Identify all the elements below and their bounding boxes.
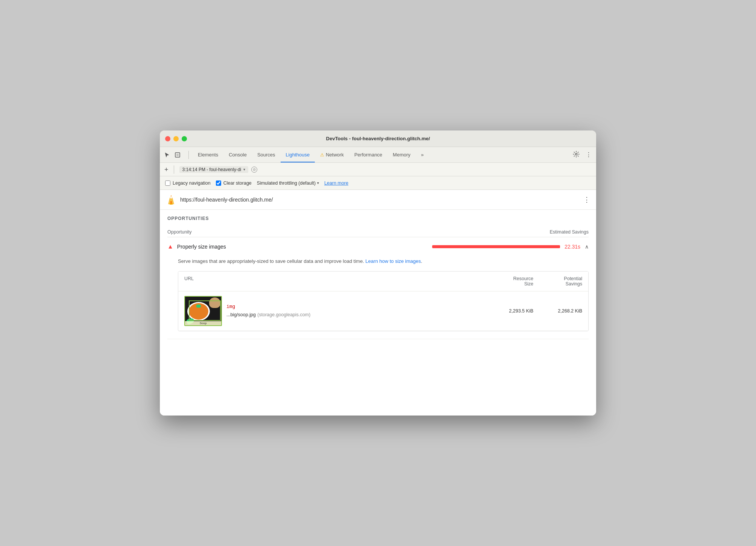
warning-icon: ⚠ xyxy=(320,152,324,158)
tab-performance[interactable]: Performance xyxy=(349,147,387,162)
menu-icon[interactable]: ⋮ xyxy=(584,150,593,160)
devtools-toolbar: Elements Console Sources Lighthouse ⚠ Ne… xyxy=(160,147,596,163)
tab-console[interactable]: Console xyxy=(223,147,252,162)
browser-window: DevTools - foul-heavenly-direction.glitc… xyxy=(160,130,596,416)
lighthouse-logo-icon xyxy=(166,194,176,205)
tab-network[interactable]: ⚠ Network xyxy=(315,147,349,162)
detail-table: URL ResourceSize PotentialSavings xyxy=(178,271,589,331)
collapse-icon[interactable]: ∧ xyxy=(585,244,589,250)
throttling-chevron[interactable]: ▾ xyxy=(317,181,319,185)
no-icon: ⊘ xyxy=(251,167,257,173)
url-bar-row: https://foul-heavenly-direction.glitch.m… xyxy=(160,190,596,210)
col-opportunity-header: Opportunity xyxy=(167,229,550,235)
detail-table-header: URL ResourceSize PotentialSavings xyxy=(178,271,588,291)
legacy-navigation-checkbox[interactable] xyxy=(165,180,170,186)
section-title: OPPORTUNITIES xyxy=(167,216,589,221)
title-bar: DevTools - foul-heavenly-direction.glitc… xyxy=(160,130,596,147)
clear-storage-group: Clear storage xyxy=(216,180,252,186)
clear-storage-label: Clear storage xyxy=(223,180,252,186)
toolbar-icons xyxy=(163,151,182,159)
svg-rect-6 xyxy=(170,201,172,203)
url-source: (storage.googleapis.com) xyxy=(257,312,310,317)
maximize-button[interactable] xyxy=(182,136,187,141)
minimize-button[interactable] xyxy=(173,136,179,141)
dt-col-url-header: URL xyxy=(184,276,488,287)
dt-col-resource-header: ResourceSize xyxy=(488,276,533,287)
main-content: https://foul-heavenly-direction.glitch.m… xyxy=(160,190,596,416)
detail-table-row: Soop img ...big/soop.jpg (storage.google… xyxy=(178,291,588,331)
sub-toolbar: + 3:14:14 PM - foul-heavenly-di ▾ ⊘ xyxy=(160,163,596,176)
url-more-button[interactable]: ⋮ xyxy=(583,196,590,204)
close-button[interactable] xyxy=(165,136,170,141)
url-short: ...big/soop.jpg xyxy=(226,312,256,317)
opportunities-section: OPPORTUNITIES Opportunity Estimated Savi… xyxy=(160,210,596,339)
svg-point-7 xyxy=(170,196,172,199)
tab-more[interactable]: » xyxy=(416,147,429,162)
site-url: https://foul-heavenly-direction.glitch.m… xyxy=(180,197,580,203)
legacy-navigation-group: Legacy navigation xyxy=(165,180,211,186)
opportunity-detail: Serve images that are appropriately-size… xyxy=(167,255,589,339)
throttling-group: Simulated throttling (default) ▾ xyxy=(257,180,319,186)
row-url-col: img ...big/soop.jpg (storage.googleapis.… xyxy=(222,304,488,318)
img-tag: img xyxy=(226,304,488,309)
inspect-icon[interactable] xyxy=(173,151,182,159)
savings-bar-container: 22.31s ∧ xyxy=(432,244,589,250)
add-session-button[interactable]: + xyxy=(164,166,169,173)
options-bar: Legacy navigation Clear storage Simulate… xyxy=(160,176,596,190)
settings-icon[interactable] xyxy=(571,149,581,161)
throttling-label: Simulated throttling (default) xyxy=(257,180,316,186)
opportunity-header: ▲ Properly size images 22.31s ∧ xyxy=(167,239,589,255)
tab-memory[interactable]: Memory xyxy=(387,147,416,162)
col-savings-header: Estimated Savings xyxy=(550,229,589,235)
learn-more-link[interactable]: Learn more xyxy=(324,180,348,186)
svg-rect-5 xyxy=(170,203,173,205)
learn-how-link[interactable]: Learn how to size images xyxy=(366,258,421,264)
sub-divider xyxy=(174,165,174,174)
toolbar-right: ⋮ xyxy=(571,149,593,161)
session-url: 3:14:14 PM - foul-heavenly-di xyxy=(182,167,241,172)
toolbar-divider xyxy=(188,151,189,159)
traffic-lights xyxy=(165,136,187,141)
potential-savings: 2,268.2 KiB xyxy=(533,308,582,314)
cursor-icon[interactable] xyxy=(163,151,171,159)
resource-size: 2,293.5 KiB xyxy=(488,308,533,314)
tab-elements[interactable]: Elements xyxy=(193,147,223,162)
image-thumbnail: Soop xyxy=(184,296,222,326)
savings-value: 22.31s xyxy=(565,244,580,250)
legacy-navigation-label: Legacy navigation xyxy=(173,180,211,186)
svg-rect-1 xyxy=(176,154,179,156)
table-header: Opportunity Estimated Savings xyxy=(167,227,589,237)
tab-sources[interactable]: Sources xyxy=(252,147,281,162)
dt-col-savings-header: PotentialSavings xyxy=(533,276,582,287)
warning-triangle-icon: ▲ xyxy=(167,243,173,250)
tabs-bar: Elements Console Sources Lighthouse ⚠ Ne… xyxy=(193,147,429,162)
savings-bar xyxy=(432,245,560,248)
session-chevron: ▾ xyxy=(243,167,245,171)
tab-lighthouse[interactable]: Lighthouse xyxy=(281,147,315,162)
svg-point-2 xyxy=(575,153,577,155)
opportunity-row: ▲ Properly size images 22.31s ∧ Serve im… xyxy=(167,239,589,339)
session-chip[interactable]: 3:14:14 PM - foul-heavenly-di ▾ xyxy=(179,166,249,173)
window-title: DevTools - foul-heavenly-direction.glitc… xyxy=(326,136,430,141)
opportunity-title: Properly size images xyxy=(177,244,428,250)
detail-description: Serve images that are appropriately-size… xyxy=(178,258,589,265)
clear-storage-checkbox[interactable] xyxy=(216,180,221,186)
